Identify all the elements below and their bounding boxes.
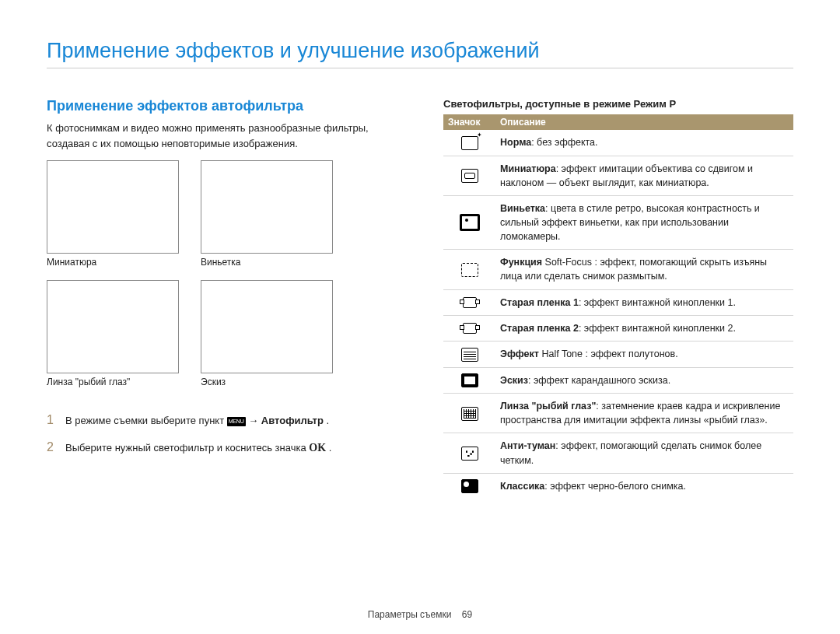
filters-table-title: Светофильтры, доступные в режиме Режим P	[443, 98, 793, 110]
intro-text: К фотоснимкам и видео можно применять ра…	[47, 121, 397, 151]
filter-icon-cell	[443, 289, 495, 315]
step-bold: Автофильтр	[261, 415, 324, 426]
filter-icon-cell	[443, 130, 495, 156]
filter-icon-cell	[443, 341, 495, 367]
table-row: Старая пленка 1: эффект винтажной кинопл…	[443, 289, 793, 315]
filter-desc-cell: Анти-туман: эффект, помогающий сделать с…	[495, 433, 793, 473]
filter-desc-cell: Эскиз: эффект карандашного эскиза.	[495, 367, 793, 394]
thumbnail-label: Миниатюра	[47, 257, 187, 268]
steps-list: 1 В режиме съемки выберите пункт MENU → …	[47, 409, 397, 457]
filter-icon-cell	[443, 394, 495, 433]
footer-page-number: 69	[462, 609, 472, 620]
filter-rest: : эффект полутонов.	[585, 349, 677, 359]
filter-mid: Soft-Focus	[542, 257, 594, 268]
filter-name: Эскиз	[500, 375, 528, 386]
filter-desc-cell: Старая пленка 2: эффект винтажной кинопл…	[495, 315, 793, 341]
filter-desc-cell: Виньетка: цвета в стиле ретро, высокая к…	[495, 195, 793, 249]
left-column: Применение эффектов автофильтра К фотосн…	[47, 98, 397, 499]
thumbnail-image	[47, 160, 179, 254]
filter-rest: : эффект винтажной кинопленки 1.	[579, 297, 736, 308]
filter-name: Линза "рыбий глаз"	[500, 401, 596, 412]
sketch-icon	[461, 373, 478, 387]
soft-icon	[461, 263, 478, 277]
filter-icon-cell	[443, 195, 495, 249]
filter-name: Анти-туман	[500, 440, 555, 451]
step-text: В режиме съемки выберите пункт MENU → Ав…	[65, 412, 329, 429]
thumb-item-miniature: Миниатюра	[47, 160, 187, 275]
right-column: Светофильтры, доступные в режиме Режим P…	[443, 98, 793, 499]
filters-table: Значок Описание Норма: без эффекта.Миниа…	[443, 114, 793, 499]
step-1: 1 В режиме съемки выберите пункт MENU → …	[47, 409, 397, 430]
step-fragment: →	[248, 415, 261, 426]
table-row: Эскиз: эффект карандашного эскиза.	[443, 367, 793, 394]
filter-icon-cell	[443, 473, 495, 499]
filter-name: Функция	[500, 257, 542, 268]
film-icon	[463, 323, 477, 334]
filter-name: Эффект	[500, 349, 539, 359]
table-row: Старая пленка 2: эффект винтажной кинопл…	[443, 315, 793, 341]
thumbnails-grid: Миниатюра Виньетка Линза "рыбий глаз" Эс…	[47, 160, 397, 395]
filter-rest: : эффект винтажной кинопленки 2.	[579, 323, 736, 334]
filter-name: Старая пленка 2	[500, 323, 579, 334]
filter-name: Виньетка	[500, 203, 545, 214]
table-row: Норма: без эффекта.	[443, 130, 793, 156]
filter-mid: Half Tone	[539, 349, 586, 359]
section-title: Применение эффектов автофильтра	[47, 98, 397, 114]
table-row: Функция Soft-Focus : эффект, помогающий …	[443, 250, 793, 289]
thumbnail-label: Линза "рыбий глаз"	[47, 377, 187, 387]
step-fragment: В режиме съемки выберите пункт	[65, 415, 227, 426]
filter-desc-cell: Функция Soft-Focus : эффект, помогающий …	[495, 250, 793, 289]
filter-name: Старая пленка 1	[500, 297, 579, 308]
footer-label: Параметры съемки	[368, 609, 452, 620]
thumb-item-vignette: Виньетка	[201, 160, 341, 275]
filter-desc-cell: Линза "рыбий глаз": затемнение краев кад…	[495, 394, 793, 433]
menu-icon: MENU	[227, 417, 246, 426]
th-icon: Значок	[443, 114, 495, 130]
mini-icon	[461, 169, 478, 183]
filter-name: Миниатюра	[500, 163, 556, 174]
filter-icon-cell	[443, 367, 495, 394]
filter-icon-cell	[443, 433, 495, 473]
filter-desc-cell: Старая пленка 1: эффект винтажной кинопл…	[495, 289, 793, 315]
ok-icon: OK	[309, 442, 326, 454]
filter-icon-cell	[443, 156, 495, 195]
classic-icon	[461, 479, 478, 493]
step-fragment: Выберите нужный светофильтр и коснитесь …	[65, 442, 309, 454]
table-row: Классика: эффект черно-белого снимка.	[443, 473, 793, 499]
table-row: Линза "рыбий глаз": затемнение краев кад…	[443, 394, 793, 433]
th-desc: Описание	[495, 114, 793, 130]
thumbnail-image	[47, 280, 179, 373]
step-text: Выберите нужный светофильтр и коснитесь …	[65, 439, 331, 457]
step-fragment: .	[327, 415, 330, 426]
step-fragment: .	[329, 442, 332, 454]
filter-icon-cell	[443, 250, 495, 289]
filter-desc-cell: Эффект Half Tone : эффект полутонов.	[495, 341, 793, 367]
thumbnail-image	[201, 280, 333, 373]
two-columns: Применение эффектов автофильтра К фотосн…	[47, 98, 793, 499]
filter-rest: : эффект карандашного эскиза.	[528, 375, 670, 386]
filter-rest: : эффект черно-белого снимка.	[544, 481, 686, 492]
vignette-icon	[460, 214, 480, 231]
filter-desc-cell: Норма: без эффекта.	[495, 130, 793, 156]
table-row: Миниатюра: эффект имитации объектива со …	[443, 156, 793, 195]
filter-name: Классика	[500, 481, 544, 492]
page-footer: Параметры съемки 69	[0, 609, 840, 620]
step-2: 2 Выберите нужный светофильтр и коснитес…	[47, 436, 397, 457]
fisheye-icon	[461, 407, 478, 421]
filter-desc-cell: Миниатюра: эффект имитации объектива со …	[495, 156, 793, 195]
filter-name: Норма	[500, 137, 531, 148]
defog-icon	[461, 447, 478, 461]
thumbnail-image	[201, 160, 333, 254]
thumb-item-sketch: Эскиз	[201, 280, 341, 395]
page-title: Применение эффектов и улучшение изображе…	[47, 39, 793, 68]
film-icon	[463, 297, 477, 308]
thumbnail-label: Эскиз	[201, 377, 341, 387]
half-icon	[461, 348, 478, 362]
normal-icon	[461, 136, 478, 150]
filter-icon-cell	[443, 315, 495, 341]
manual-page: Применение эффектов и улучшение изображе…	[0, 0, 840, 634]
table-row: Эффект Half Tone : эффект полутонов.	[443, 341, 793, 367]
table-row: Виньетка: цвета в стиле ретро, высокая к…	[443, 195, 793, 249]
step-number: 2	[47, 436, 58, 457]
table-row: Анти-туман: эффект, помогающий сделать с…	[443, 433, 793, 473]
